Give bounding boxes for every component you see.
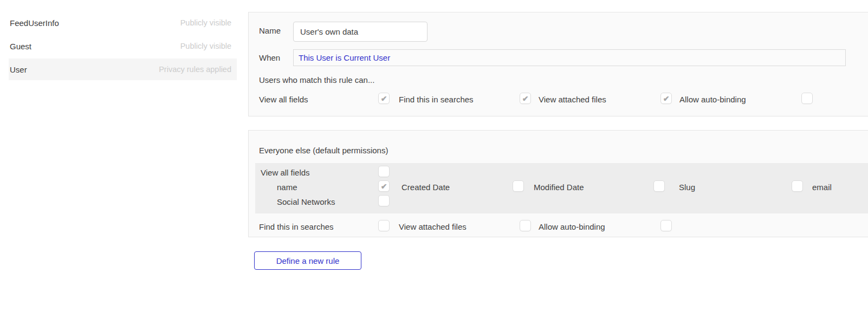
default-view-attached-files-label: View attached files: [399, 222, 467, 231]
match-caption: Users who match this rule can...: [259, 75, 374, 85]
when-condition-field[interactable]: This User is Current User: [293, 49, 846, 66]
field-name-label: name: [277, 183, 297, 192]
field-slug-checkbox[interactable]: ✔: [792, 180, 803, 192]
perm-view-all-fields-label: View all fields: [259, 95, 308, 104]
default-find-in-searches-label: Find this in searches: [259, 222, 334, 231]
check-icon: ✔: [381, 95, 387, 102]
check-icon: ✔: [522, 95, 529, 102]
perm-allow-auto-binding-checkbox[interactable]: ✔: [801, 93, 813, 104]
perm-allow-auto-binding-label: Allow auto-binding: [679, 95, 746, 104]
default-allow-auto-binding-label: Allow auto-binding: [539, 222, 605, 231]
field-permissions-group: View all fields ✔ name ✔ Created Date ✔ …: [255, 163, 868, 213]
field-created-date-checkbox[interactable]: ✔: [513, 180, 524, 192]
define-new-rule-button[interactable]: Define a new rule: [254, 251, 361, 270]
perm-view-all-fields-checkbox[interactable]: ✔: [378, 93, 390, 104]
check-icon: ✔: [381, 183, 387, 190]
field-email-label: email: [812, 183, 832, 192]
datatype-row-feeduserinfo[interactable]: FeedUserInfo Publicly visible: [9, 12, 237, 34]
default-allow-auto-binding-checkbox[interactable]: ✔: [660, 220, 672, 231]
default-view-all-fields-checkbox[interactable]: ✔: [378, 166, 390, 177]
datatype-list: FeedUserInfo Publicly visible Guest Publ…: [9, 12, 237, 82]
rule-name-input[interactable]: [293, 22, 427, 42]
field-name-checkbox[interactable]: ✔: [378, 180, 390, 192]
default-view-attached-files-checkbox[interactable]: ✔: [520, 220, 531, 231]
datatype-name: FeedUserInfo: [10, 18, 59, 28]
perm-view-attached-files-checkbox[interactable]: ✔: [660, 93, 672, 104]
perm-find-in-searches-label: Find this in searches: [399, 95, 474, 104]
default-view-all-fields-label: View all fields: [261, 168, 310, 177]
datatype-row-user[interactable]: User Privacy rules applied: [9, 59, 237, 80]
datatype-row-guest[interactable]: Guest Publicly visible: [9, 35, 237, 57]
when-label: When: [259, 53, 280, 62]
datatype-status: Privacy rules applied: [159, 65, 231, 74]
perm-view-attached-files-label: View attached files: [539, 95, 606, 104]
field-created-date-label: Created Date: [401, 183, 450, 192]
field-modified-date-label: Modified Date: [534, 183, 584, 192]
name-label: Name: [259, 26, 281, 35]
perm-find-in-searches-checkbox[interactable]: ✔: [520, 93, 531, 104]
field-social-networks-checkbox[interactable]: ✔: [378, 195, 390, 206]
field-slug-label: Slug: [679, 183, 695, 192]
datatype-status: Publicly visible: [180, 18, 231, 27]
default-find-in-searches-checkbox[interactable]: ✔: [378, 220, 390, 231]
field-social-networks-label: Social Networks: [277, 197, 335, 206]
datatype-name: User: [10, 65, 27, 74]
default-permissions-title: Everyone else (default permissions): [259, 146, 388, 155]
default-permissions-panel: Everyone else (default permissions) View…: [248, 130, 868, 237]
field-modified-date-checkbox[interactable]: ✔: [653, 180, 665, 192]
privacy-rule-panel: Name When This User is Current User User…: [248, 12, 868, 116]
datatype-name: Guest: [10, 42, 31, 51]
check-icon: ✔: [663, 95, 670, 102]
datatype-status: Publicly visible: [180, 42, 231, 50]
